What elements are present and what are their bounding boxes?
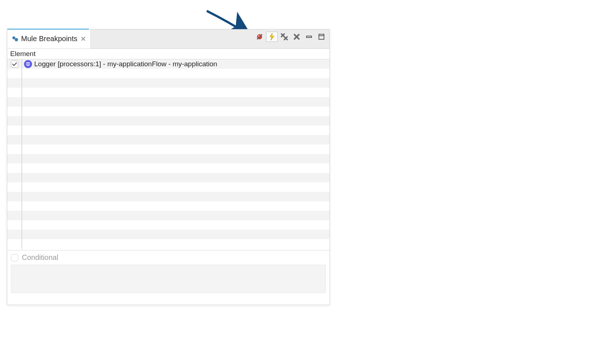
table-row [7, 173, 329, 182]
table-row [7, 135, 329, 145]
svg-point-1 [15, 38, 18, 41]
minimize-button[interactable] [303, 32, 315, 42]
table-row [7, 154, 329, 163]
tab-bar: Mule Breakpoints ✕ [7, 29, 329, 48]
row-checkbox-cell [7, 182, 22, 192]
table-row [7, 211, 329, 220]
table-row[interactable]: Logger [processors:1] - my-applicationFl… [7, 59, 329, 69]
row-checkbox-cell [7, 154, 22, 163]
breakpoints-table: Logger [processors:1] - my-applicationFl… [7, 59, 329, 250]
row-checkbox-cell [7, 59, 22, 69]
row-checkbox-cell [7, 69, 22, 78]
row-checkbox-cell [7, 145, 22, 154]
tab-title: Mule Breakpoints [21, 35, 78, 43]
row-checkbox-cell [7, 173, 22, 182]
breakpoint-enabled-checkbox[interactable] [11, 60, 18, 68]
table-row [7, 220, 329, 230]
svg-rect-11 [307, 36, 312, 37]
x-icon [293, 33, 300, 40]
row-checkbox-cell [7, 211, 22, 220]
column-divider [22, 59, 22, 250]
close-tab-icon[interactable]: ✕ [80, 35, 87, 43]
breakpoints-panel: Mule Breakpoints ✕ [7, 29, 330, 305]
table-row [7, 239, 329, 249]
logger-icon [24, 60, 32, 68]
row-checkbox-cell [7, 116, 22, 126]
table-row [7, 97, 329, 107]
row-checkbox-cell [7, 239, 22, 249]
double-x-icon [280, 33, 288, 41]
table-row [7, 69, 329, 78]
row-checkbox-cell [7, 78, 22, 88]
svg-rect-12 [319, 34, 324, 39]
tab-mule-breakpoints[interactable]: Mule Breakpoints ✕ [7, 29, 91, 48]
row-checkbox-cell [7, 201, 22, 211]
column-header-label: Element [10, 50, 36, 58]
conditional-section: Conditional [7, 250, 329, 296]
row-checkbox-cell [7, 192, 22, 201]
toolbar [254, 29, 327, 48]
exception-breakpoint-button[interactable] [266, 32, 278, 42]
table-row [7, 192, 329, 201]
table-row [7, 145, 329, 154]
row-checkbox-cell [7, 135, 22, 145]
table-row [7, 163, 329, 173]
minimize-icon [306, 33, 312, 40]
column-header-element[interactable]: Element [7, 48, 329, 59]
row-checkbox-cell [7, 107, 22, 116]
svg-point-0 [12, 36, 15, 39]
maximize-icon [318, 33, 325, 40]
table-row [7, 116, 329, 126]
table-row [7, 201, 329, 211]
skip-breakpoint-icon [256, 33, 263, 40]
table-row [7, 107, 329, 116]
skip-breakpoints-button[interactable] [254, 32, 265, 42]
row-checkbox-cell [7, 220, 22, 230]
lightning-icon [268, 33, 276, 41]
conditional-checkbox [11, 254, 18, 261]
row-checkbox-cell [7, 88, 22, 97]
table-row [7, 182, 329, 192]
row-checkbox-cell [7, 163, 22, 173]
row-checkbox-cell [7, 230, 22, 239]
row-content: Logger [processors:1] - my-applicationFl… [22, 60, 217, 68]
row-checkbox-cell [7, 126, 22, 135]
conditional-label: Conditional [22, 253, 58, 262]
table-row [7, 230, 329, 239]
breakpoint-label: Logger [processors:1] - my-applicationFl… [34, 60, 217, 68]
maximize-button[interactable] [316, 32, 327, 42]
table-row [7, 126, 329, 135]
table-row [7, 78, 329, 88]
breakpoints-tab-icon [12, 35, 19, 43]
remove-all-breakpoints-button[interactable] [278, 32, 290, 42]
table-row [7, 88, 329, 97]
conditional-expression-input [11, 265, 326, 293]
row-checkbox-cell [7, 97, 22, 107]
remove-breakpoint-button[interactable] [291, 32, 303, 42]
